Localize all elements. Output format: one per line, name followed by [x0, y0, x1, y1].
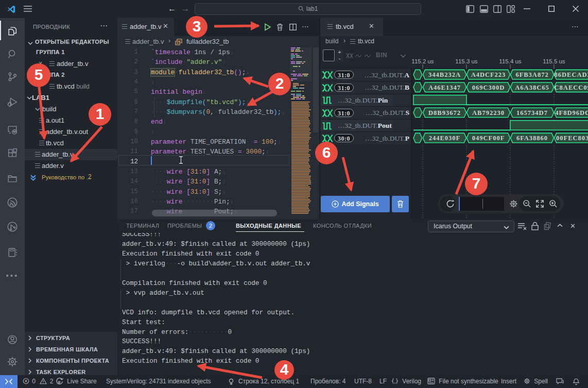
svg-text:3: 3	[193, 18, 201, 35]
svg-text:7: 7	[472, 175, 481, 192]
svg-text:4: 4	[280, 361, 289, 378]
svg-text:6: 6	[322, 144, 331, 161]
svg-text:2: 2	[275, 75, 284, 92]
svg-text:5: 5	[34, 66, 43, 83]
svg-text:1: 1	[96, 105, 105, 122]
